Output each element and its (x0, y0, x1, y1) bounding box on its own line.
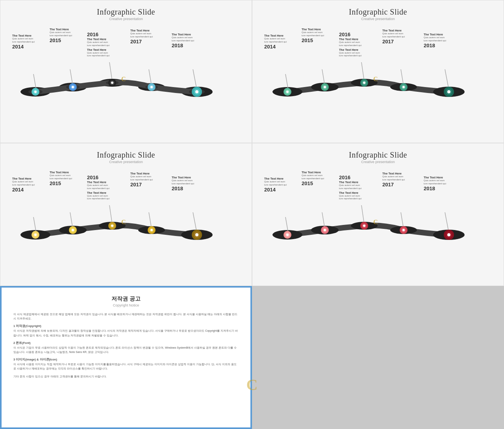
svg-line-44 (361, 62, 364, 81)
slide2-title: Infographic Slide (256, 7, 500, 17)
svg-line-96 (361, 205, 364, 224)
svg-point-99 (363, 225, 365, 227)
copyright-watermark-c: C (246, 372, 252, 397)
svg-text:C: C (373, 219, 378, 225)
svg-point-65 (34, 234, 37, 236)
slide-2: Infographic Slide Creative presentation … (252, 0, 504, 143)
svg-point-77 (150, 229, 153, 231)
svg-point-51 (402, 86, 405, 88)
svg-text:C: C (373, 76, 378, 82)
slide2-timeline: The Text Here Quis autem vel eumiure rep… (256, 23, 500, 102)
svg-point-103 (402, 229, 405, 231)
svg-point-29 (195, 90, 198, 93)
copyright-intro: 이 서식 제공업체에서 제공된 것으로 해당 업체에 모든 저작권이 있습니다.… (13, 312, 239, 321)
svg-text:C: C (121, 219, 126, 225)
svg-point-95 (324, 229, 326, 231)
slide2-road-svg: C (256, 23, 500, 102)
slide1-timeline: The Text Here Quis autem vel eumiure rep… (4, 23, 248, 102)
slide4-subtitle: Creative presentation (256, 160, 500, 164)
svg-point-14 (72, 86, 74, 88)
copyright-body: 이 서식 제공업체에서 제공된 것으로 해당 업체에 모든 저작권이 있습니다.… (13, 312, 239, 379)
slide4-title: Infographic Slide (256, 150, 500, 160)
slide1-road-svg: C (4, 23, 248, 102)
slide3-road-svg: C (4, 166, 248, 245)
slide-1: Infographic Slide Creative presentation … (0, 0, 252, 143)
copyright-footer: 기타 문의 사항이 있으신 경우 아래의 고객센터를 통해 문의하시기 바랍니다… (13, 374, 239, 379)
slide4-road-svg: C (256, 166, 500, 245)
slide3-title: Infographic Slide (4, 150, 248, 160)
svg-point-24 (150, 86, 153, 88)
slide-4: Infographic Slide Creative presentation … (252, 143, 504, 286)
slide2-subtitle: Creative presentation (256, 17, 500, 21)
svg-line-70 (109, 205, 112, 224)
svg-point-9 (34, 91, 37, 93)
copyright-title: 저작권 공고 (13, 295, 239, 303)
slide3-timeline: The Text Here Quis autem vel eumiure rep… (4, 166, 248, 245)
svg-point-19 (111, 82, 113, 84)
svg-point-39 (286, 91, 289, 93)
copyright-section2: 2 폰트(Font) 이 서식은 기업이 무료 사용하더라도 상업적 이용이 가… (13, 341, 239, 354)
copyright-section1: 1 저작권(Copyright) 이 서식은 저작권법에 의해 보호되며, 디자… (13, 324, 239, 337)
svg-point-69 (72, 229, 74, 231)
copyright-section3: 3 이미지(image) & 아이콘(Icon) 이 서식에 사용된 이미지는 … (13, 357, 239, 371)
copyright-slide: 저작권 공고 Copyright Notice 이 서식 제공업체에서 제공된 … (0, 286, 252, 429)
svg-point-43 (324, 86, 326, 88)
slide4-timeline: The Text Here Quis autem vel eumiure rep… (256, 166, 500, 245)
svg-point-73 (111, 225, 113, 227)
slide3-subtitle: Creative presentation (4, 160, 248, 164)
slide1-subtitle: Creative presentation (4, 17, 248, 21)
svg-point-107 (447, 233, 450, 236)
slide1-title: Infographic Slide (4, 7, 248, 17)
gray-area (252, 286, 504, 429)
svg-line-15 (109, 62, 112, 81)
svg-text:C: C (121, 76, 126, 82)
svg-point-47 (363, 82, 365, 84)
copyright-subtitle: Copyright Notice (13, 303, 239, 307)
svg-point-91 (286, 234, 289, 236)
svg-point-81 (195, 233, 198, 236)
svg-point-55 (447, 90, 450, 93)
slide-3: Infographic Slide Creative presentation … (0, 143, 252, 286)
